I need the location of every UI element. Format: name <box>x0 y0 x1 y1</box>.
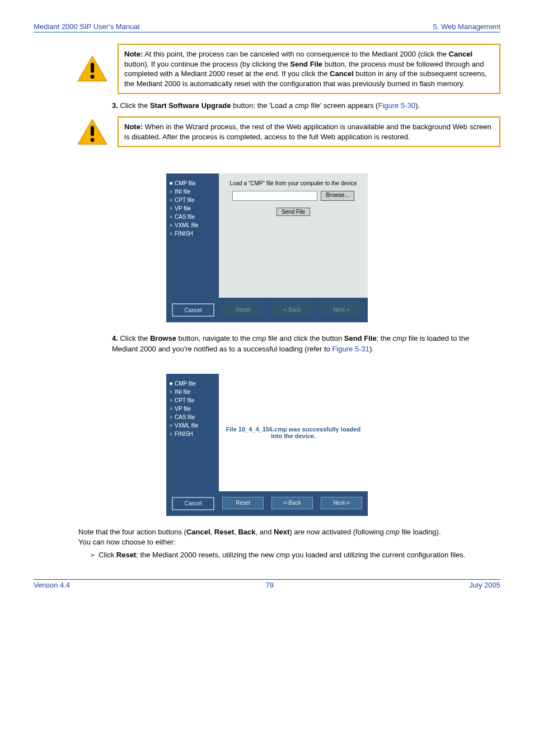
cancel-button[interactable]: Cancel <box>172 303 214 317</box>
back-button[interactable]: <-Back <box>271 303 313 316</box>
figure-5-30: CMP file INI file CPT file VP file CAS f… <box>166 173 368 322</box>
bullet-arrow-icon: ➢ <box>90 551 99 559</box>
bullet-item: ➢ Click Reset; the Mediant 2000 resets, … <box>90 551 500 559</box>
reset-button[interactable]: Reset <box>222 303 264 316</box>
warning-box-1: Note: At this point, the process can be … <box>67 44 500 94</box>
header-right: 5. Web Management <box>433 22 500 31</box>
page-footer: Version 4.4 79 July 2005 <box>34 579 500 589</box>
next-button[interactable]: Next-> <box>321 303 362 316</box>
svg-point-5 <box>91 138 95 142</box>
figure-5-31-caption: Figure 5-31: cmp File Successfully Loade… <box>34 354 500 363</box>
svg-rect-4 <box>91 126 94 136</box>
svg-point-2 <box>91 75 95 79</box>
back-button[interactable]: <-Back <box>271 497 313 509</box>
wizard-success-message: File 10_4_4_156.cmp was successfully loa… <box>219 374 368 491</box>
page-header: Mediant 2000 SIP User's Manual 5. Web Ma… <box>34 22 500 32</box>
note-paragraph: Note that the four action buttons (Cance… <box>78 527 495 547</box>
step-4: 4. Click the Browse button, navigate to … <box>112 334 495 354</box>
step-3: 3. Click the Start Software Upgrade butt… <box>112 101 495 111</box>
reset-button[interactable]: Reset <box>222 497 264 509</box>
browse-button[interactable]: Browse... <box>321 191 354 201</box>
warning-box-2: Note: When in the Wizard process, the re… <box>67 116 500 147</box>
next-button[interactable]: Next-> <box>321 497 362 509</box>
figure-link-5-31[interactable]: Figure 5-31 <box>332 345 369 353</box>
note-label: Note: <box>124 123 143 131</box>
figure-5-31: CMP file INI file CPT file VP file CAS f… <box>166 374 368 516</box>
svg-rect-1 <box>91 63 94 73</box>
warning-icon <box>67 44 118 94</box>
warn2-text: When in the Wizard process, the rest of … <box>124 123 491 141</box>
warning-icon <box>67 116 118 147</box>
cancel-button[interactable]: Cancel <box>172 497 214 510</box>
figure-link-5-30[interactable]: Figure 5-30 <box>378 101 415 110</box>
wizard-instruction: Load a "CMP" file from your computer to … <box>224 180 362 186</box>
warn1-text: At this point, the process can be cancel… <box>124 50 487 88</box>
footer-left: Version 4.4 <box>34 581 70 589</box>
note-label: Note: <box>124 50 143 58</box>
wizard-main-panel: Load a "CMP" file from your computer to … <box>219 173 368 298</box>
file-path-input[interactable] <box>232 191 317 201</box>
wizard-footer: Cancel Reset <-Back Next-> <box>166 298 368 322</box>
footer-right: July 2005 <box>469 581 500 589</box>
wizard-footer: Cancel Reset <-Back Next-> <box>166 491 368 516</box>
header-left: Mediant 2000 SIP User's Manual <box>34 22 139 31</box>
wizard-sidebar: CMP file INI file CPT file VP file CAS f… <box>166 173 219 298</box>
wizard-sidebar: CMP file INI file CPT file VP file CAS f… <box>166 374 219 491</box>
send-file-button[interactable]: Send File <box>277 208 310 216</box>
footer-page: 79 <box>265 581 273 589</box>
figure-5-30-caption: Figure 5-30: Load a cmp File Screen <box>34 154 500 162</box>
